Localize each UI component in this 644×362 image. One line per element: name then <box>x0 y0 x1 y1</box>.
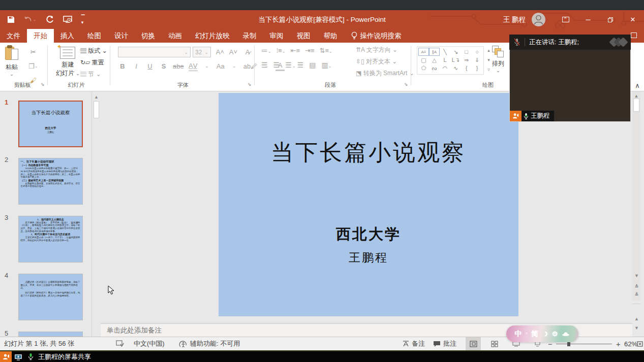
tab-draw[interactable]: 绘图 <box>81 29 108 43</box>
scroll-track[interactable]: ▲ ▼ <box>632 91 640 301</box>
grow-font-icon[interactable]: A˄ <box>216 47 225 57</box>
tab-transitions[interactable]: 切换 <box>135 29 162 43</box>
tab-view[interactable]: 视图 <box>290 29 317 43</box>
paste-button[interactable]: 粘贴 ⌄ <box>5 46 18 77</box>
ime-mode-chinese[interactable]: 中 <box>515 330 522 339</box>
thumb-scroll-thumb[interactable] <box>94 101 99 118</box>
thumbnail-slide-4[interactable]: 冯骥才的《艺术家们》以钢笔和画笔两种笔触，描绘了楚云天、罗潜、洛夫三位画家中人的… <box>18 274 83 320</box>
slide-organization[interactable]: 西北大学 <box>219 224 518 245</box>
justify-icon[interactable]: ☰ <box>297 61 304 69</box>
thumb-scroll-up-icon[interactable]: ▲ <box>93 93 100 101</box>
close-button[interactable]: ✕ <box>622 10 644 29</box>
previous-slide-icon[interactable]: ≙ <box>633 282 640 290</box>
fit-to-window-icon[interactable] <box>636 337 643 350</box>
meeting-app-icon[interactable] <box>0 351 12 362</box>
character-spacing-icon[interactable]: A̲V̲ <box>189 61 198 71</box>
scroll-down-icon[interactable]: ▼ <box>633 272 640 279</box>
arrange-button[interactable]: 排列 ⌄ <box>492 46 504 73</box>
shape-triangle-icon[interactable]: △ <box>429 56 440 64</box>
shape-line-icon[interactable]: ╲ <box>440 48 450 56</box>
tab-home[interactable]: 开始 <box>27 29 54 43</box>
shape-arrow-right-icon[interactable]: ⇒ <box>461 56 472 64</box>
tab-slideshow[interactable]: 幻灯片放映 <box>189 29 236 43</box>
tab-file[interactable]: 文件 <box>0 29 27 43</box>
accessibility-indicator[interactable]: 辅助功能: 不可用 <box>179 337 240 350</box>
scroll-thumb[interactable] <box>633 98 639 112</box>
shapes-more-icon[interactable]: ▿ <box>485 65 493 73</box>
change-case-icon[interactable]: Aa <box>216 61 225 71</box>
shape-brace-left-icon[interactable]: { <box>461 64 472 72</box>
zoom-level[interactable]: 62% <box>624 337 637 350</box>
customize-qat-icon[interactable]: ▔▾ <box>81 15 85 25</box>
ime-hat-icon[interactable] <box>562 331 570 337</box>
textbox-horizontal-icon[interactable]: A≡ <box>418 48 429 56</box>
line-spacing-icon[interactable]: ⇅≡⌄ <box>320 47 332 54</box>
account-avatar[interactable] <box>532 13 545 26</box>
distribute-icon[interactable]: ▤ <box>309 61 316 69</box>
muted-mic-icon[interactable] <box>513 38 520 46</box>
font-dialog-launcher[interactable]: ⇘ <box>248 82 252 87</box>
tab-record[interactable]: 录制 <box>236 29 263 43</box>
next-slide-icon[interactable]: ≚ <box>633 290 640 298</box>
thumbnail-scrollbar[interactable]: ▲ <box>92 91 101 337</box>
shadow-icon[interactable]: S <box>159 61 168 71</box>
thumbnail-slide-1[interactable]: 当下长篇小说观察 西北大学 王鹏程 <box>18 101 83 147</box>
shape-arc-icon[interactable]: ◠ <box>440 64 450 72</box>
ime-moon-icon[interactable]: ☽ <box>542 331 548 338</box>
notes-scroll-down-icon[interactable]: ▼ <box>633 324 640 332</box>
notes-scroll-up-icon[interactable]: ▲ <box>633 315 640 322</box>
shape-brace-right-icon[interactable]: } <box>472 64 482 72</box>
shapes-scroll-up-icon[interactable]: ▴ <box>485 46 493 54</box>
strikethrough-icon[interactable]: abe <box>173 61 184 71</box>
language-indicator[interactable]: 中文(中国) <box>134 337 165 350</box>
align-left-icon[interactable]: ☰ <box>261 61 268 69</box>
tell-me-search[interactable]: 操作说明搜索 <box>344 29 409 43</box>
cut-icon[interactable]: ✂ <box>28 47 38 57</box>
account-name[interactable]: 王 鹏程 <box>503 15 526 24</box>
tab-review[interactable]: 审阅 <box>263 29 290 43</box>
columns-icon[interactable]: ▥⌄ <box>321 61 331 69</box>
minimize-button[interactable]: ─ <box>577 10 599 29</box>
tab-animations[interactable]: 动画 <box>162 29 189 43</box>
textbox-vertical-icon[interactable]: ∥A <box>429 48 440 56</box>
notes-toggle[interactable]: 备注 <box>403 337 425 350</box>
taskbar-mic-icon[interactable] <box>25 353 36 360</box>
reset-button[interactable]: ↻▱ 重置 <box>80 58 107 67</box>
align-text-button[interactable]: ⇳▯ 对齐文本 ⌄ <box>356 57 414 66</box>
shape-arrow-down-icon[interactable]: ⇓ <box>472 56 482 64</box>
thumbnail-slide-2[interactable]: 一、当下长篇小说创作现状 （一）作品数量非常可观 2018年长篇小说的出版数量已… <box>18 158 83 205</box>
shape-rectangle-icon[interactable]: □ <box>461 48 472 56</box>
new-slide-button[interactable]: ✦ 新建 幻灯片 ⌄ <box>56 47 80 78</box>
save-icon[interactable] <box>7 16 15 23</box>
slide-title[interactable]: 当下长篇小说观察 <box>219 138 518 168</box>
shape-oval-icon[interactable]: ○ <box>472 48 482 56</box>
section-button[interactable]: ▤ 节 ⌄ <box>80 70 107 79</box>
zoom-in-icon[interactable]: + <box>616 337 621 350</box>
align-right-icon[interactable]: ☰ <box>285 61 292 69</box>
slide-author[interactable]: 王鹏程 <box>219 250 518 266</box>
ribbon-display-options-icon[interactable] <box>555 10 577 29</box>
ime-settings-icon[interactable]: ⚙ <box>552 330 558 338</box>
tab-help[interactable]: 帮助 <box>317 29 344 43</box>
slide-sorter-view-button[interactable] <box>487 337 502 350</box>
undo-icon[interactable]: ⌄ <box>24 16 37 23</box>
shape-scribble-icon[interactable]: ᔓ <box>429 64 440 72</box>
ime-apostrophe-icon[interactable]: ʼ <box>526 332 528 337</box>
thumbnail-slide-3[interactable]: 1、现代都市之人情世态 迟子建的《烟火漫卷》、贾平凹的《暂坐》、滕肖澜的《心居》… <box>18 216 83 262</box>
font-name-combobox[interactable]: ⌄ <box>118 47 191 57</box>
shapes-scroll-down-icon[interactable]: ▾ <box>485 56 493 63</box>
meeting-video-area[interactable]: 王鹏程 <box>509 50 631 122</box>
thumbnail-slide-5[interactable] <box>18 332 83 337</box>
align-center-icon[interactable]: ☰ <box>273 61 280 69</box>
clear-formatting-icon[interactable]: A̷ <box>243 47 252 57</box>
tab-insert[interactable]: 插入 <box>54 29 81 43</box>
shape-freeform-icon[interactable]: ⬠ <box>418 64 429 72</box>
restore-button[interactable] <box>599 10 622 29</box>
layout-button[interactable]: ▤ 版式 ⌄ <box>80 47 107 55</box>
bullets-icon[interactable]: ≔⌄ <box>261 47 271 54</box>
bold-icon[interactable]: B <box>118 61 127 71</box>
font-size-combobox[interactable]: 32⌄ <box>193 47 211 57</box>
shape-elbow-icon[interactable]: L <box>440 56 450 64</box>
start-slideshow-icon[interactable] <box>63 16 72 23</box>
ribbon-corner-icon[interactable] <box>631 32 637 38</box>
